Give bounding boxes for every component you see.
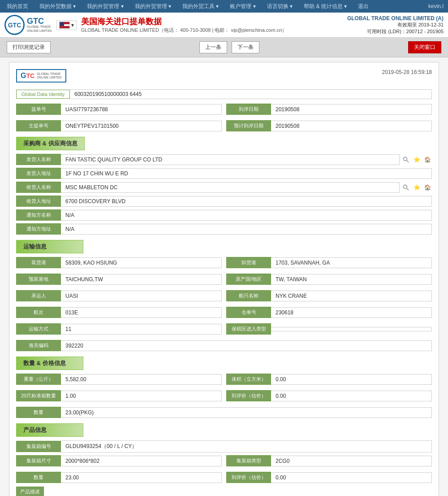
transport-section-header: 运输信息 [16, 240, 83, 253]
prev-button[interactable]: 上一条 [199, 41, 227, 53]
customs-code-label: 海关编码 [16, 340, 61, 351]
next-button[interactable]: 下一条 [232, 41, 259, 53]
svg-point-2 [404, 185, 407, 188]
nav-export-mgmt[interactable]: 我的外贸管理 ▾ [85, 3, 125, 10]
nav-home[interactable]: 我的首页 [4, 3, 30, 10]
logo-sub-text: GLOBAL TRADEONLINE LIMITED [27, 25, 52, 33]
ports-row: 装货港 58309, KAO HSIUNG 卸货港 1703, SAVANNAH… [16, 257, 432, 271]
print-button[interactable]: 打印浏览记录 [7, 41, 51, 53]
shipper-name-label: 发货人名称 [16, 154, 61, 165]
doc-logo-g: G [21, 72, 26, 80]
carrier-row: 承运人 UASI 船只名称 NYK CRANE [16, 290, 432, 304]
consignee-star-icon[interactable]: ⭐ [412, 183, 421, 192]
product-desc-label-row: 产品描述 [16, 488, 44, 495]
main-content: G TC GLOBAL TRADEONLINE LIMITED 2019-05-… [0, 57, 448, 496]
valid-until: 有效期至 2019-12-31 [347, 22, 444, 28]
shipper-addr-value: 1F NO 17 CHIN WU E RD [61, 168, 432, 179]
available-time: 可用时段 (LDR)：200712 - 201905 [347, 28, 444, 35]
shipper-name-row: 发货人名称 FAN TASTIC QUALITY GROUP CO LTD ⭐ … [16, 154, 432, 165]
nav-logout[interactable]: 退出 [356, 3, 371, 10]
product-desc-wrapper: 产品描述 MILL DRILL MACHINE SPARE HANDLE ROD… [16, 488, 432, 496]
product-qty-value: 23.00 [61, 472, 222, 483]
transport-mode-value: 11 [61, 324, 222, 335]
shipper-star-icon[interactable]: ⭐ [412, 155, 421, 164]
loading-port-label: 装货港 [16, 257, 61, 268]
voyage-label: 航次 [16, 307, 61, 318]
consignee-addr-row: 收货人地址 6700 DISCOVERY BLVD [16, 196, 432, 207]
nav-export-mgmt2[interactable]: 我的外贸管理 ▾ [133, 3, 173, 10]
product-qty-label: 数量 [16, 472, 61, 483]
est-arrival-value: 20190508 [271, 121, 432, 131]
document-panel: G TC GLOBAL TRADEONLINE LIMITED 2019-05-… [9, 62, 439, 496]
shipper-search-icon[interactable] [401, 155, 410, 164]
origin-label: 原产国/地区 [226, 274, 271, 285]
carrier-label: 承运人 [16, 290, 61, 301]
supplier-section-header: 采购商 & 供应商信息 [16, 137, 85, 150]
bill-no-label: 提单号 [16, 104, 61, 115]
nav-export-data[interactable]: 我的外贸数据 ▾ [37, 3, 78, 10]
pre-port-label: 预装港地 [16, 274, 61, 285]
logo-main-text: GTC [27, 17, 52, 25]
quantity-label: 数量 [16, 407, 61, 418]
notify-addr-value: N/A [61, 224, 432, 235]
weight-value: 5,582.00 [61, 374, 222, 385]
consignee-home-icon[interactable]: 🏠 [423, 183, 432, 192]
consignee-name-row: 收货人名称 MSC MABLETON DC ⭐ 🏠 [16, 182, 432, 193]
container-size-col: 集装箱尺寸 2000*806*802 [16, 455, 222, 466]
supplier-section: 采购商 & 供应商信息 发货人名称 FAN TASTIC QUALITY GRO… [16, 137, 432, 235]
top-toolbar: 打印浏览记录 上一条 下一条 关闭窗口 [0, 38, 448, 57]
discharge-port-label: 卸货港 [226, 257, 271, 268]
est-arrival-col: 预计到岸日期 20190508 [226, 120, 432, 131]
doc-timestamp: 2019-05-28 16:59:18 [382, 69, 432, 75]
close-button[interactable]: 关闭窗口 [408, 41, 441, 53]
container-size-label: 集装箱尺寸 [16, 455, 61, 466]
nav-language[interactable]: 语言切换 ▾ [265, 3, 295, 10]
top-nav: 我的首页 我的外贸数据 ▾ 我的外贸管理 ▾ 我的外贸管理 ▾ 我的外贸工具 ▾… [0, 0, 448, 13]
container-no-col: 仓单号 230618 [226, 307, 432, 318]
doc-logo-subtext: GLOBAL TRADEONLINE LIMITED [37, 72, 62, 80]
pre-port-value: TAICHUNG,TW [61, 274, 222, 285]
carrier-col: 承运人 UASI [16, 290, 222, 301]
voyage-row: 航次 013E 仓单号 230618 [16, 307, 432, 321]
port-price-col: 到岸价（估价） 0.00 [226, 390, 432, 401]
nav-tools[interactable]: 我的外贸工具 ▾ [180, 3, 221, 10]
nav-help[interactable]: 帮助 & 统计信息 ▾ [302, 3, 349, 10]
transport-section: 运输信息 装货港 58309, KAO HSIUNG 卸货港 1703, SAV… [16, 240, 432, 351]
page-title: 美国海关进口提单数据 [81, 16, 287, 27]
container-type-label: 集装箱类型 [226, 455, 271, 466]
container20-row: 20尺标准箱数量 1.00 到岸价（估价） 0.00 [16, 390, 432, 404]
weight-label: 重量（公斤） [16, 374, 61, 385]
nav-account[interactable]: 账户管理 ▾ [228, 3, 258, 10]
consignee-search-icon[interactable] [401, 183, 410, 192]
container-type-value: 2CG0 [271, 456, 432, 466]
notify-name-label: 通知方名称 [16, 209, 61, 221]
product-section: 产品信息 集装箱编号 GLDU9493254（00 / L / CY） 集装箱尺… [16, 423, 432, 496]
company-name: GLOBAL TRADE ONLINE LIMITED (A) [347, 15, 444, 22]
product-qty-col: 数量 23.00 [16, 472, 222, 483]
bill-no-col: 提单号 UASI7797236788 [16, 104, 222, 115]
header-right: GLOBAL TRADE ONLINE LIMITED (A) 有效期至 201… [347, 15, 444, 35]
svg-point-0 [404, 157, 407, 161]
nav-user: kevin.l [428, 3, 444, 9]
language-selector[interactable]: ▾ [56, 20, 77, 30]
consignee-addr-label: 收货人地址 [16, 196, 61, 207]
master-bill-label: 主提单号 [16, 120, 61, 131]
shipper-home-icon[interactable]: 🏠 [423, 155, 432, 164]
consignee-name-value: MSC MABLETON DC [61, 182, 400, 193]
master-bill-row: 主提单号 ONEYTPEV17101500 预计到岸日期 20190508 [16, 120, 432, 134]
container-size-row: 集装箱尺寸 2000*806*802 集装箱类型 2CG0 [16, 455, 432, 469]
vessel-value: NYK CRANE [271, 291, 432, 301]
doc-header: G TC GLOBAL TRADEONLINE LIMITED 2019-05-… [16, 69, 432, 83]
page-title-area: 美国海关进口提单数据 GLOBAL TRADE ONLINE LIMITED（电… [81, 16, 287, 34]
flag-icon [59, 22, 70, 29]
svg-line-1 [407, 161, 409, 162]
product-section-header: 产品信息 [16, 423, 83, 437]
arrival-date-value: 20190508 [271, 104, 432, 115]
customs-code-value: 392220 [61, 340, 432, 351]
origin-col: 原产国/地区 TW, TAIWAN [226, 274, 432, 285]
flag-label: ▾ [71, 22, 74, 28]
container-no-value: 230618 [271, 307, 432, 318]
bill-no-value: UASI7797236788 [61, 104, 222, 115]
master-bill-value: ONEYTPEV17101500 [61, 121, 222, 131]
loading-port-col: 装货港 58309, KAO HSIUNG [16, 257, 222, 268]
